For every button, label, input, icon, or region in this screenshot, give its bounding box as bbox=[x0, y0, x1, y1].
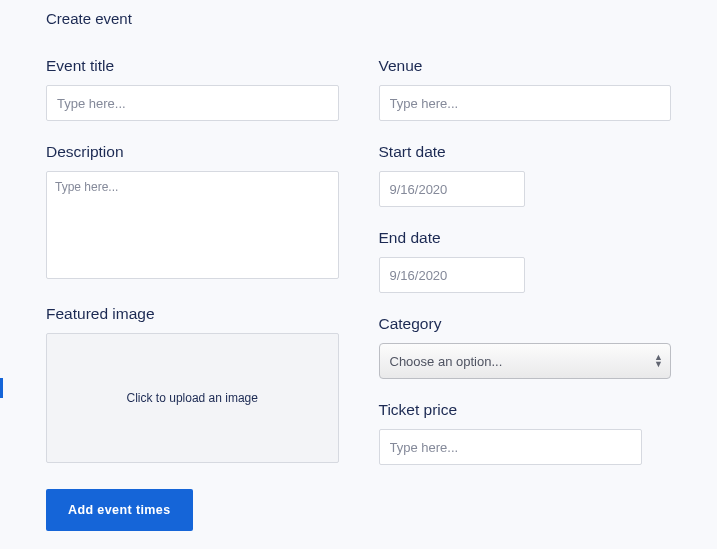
left-column: Event title Description Featured image C… bbox=[46, 57, 339, 531]
start-date-input[interactable] bbox=[379, 171, 525, 207]
event-title-input[interactable] bbox=[46, 85, 339, 121]
add-event-times-button[interactable]: Add event times bbox=[46, 489, 193, 531]
description-textarea[interactable] bbox=[46, 171, 339, 279]
event-title-label: Event title bbox=[46, 57, 339, 75]
ticket-price-label: Ticket price bbox=[379, 401, 672, 419]
featured-image-upload[interactable]: Click to upload an image bbox=[46, 333, 339, 463]
category-select[interactable]: Choose an option... bbox=[379, 343, 672, 379]
description-label: Description bbox=[46, 143, 339, 161]
venue-label: Venue bbox=[379, 57, 672, 75]
left-edge-accent bbox=[0, 378, 3, 398]
end-date-label: End date bbox=[379, 229, 672, 247]
ticket-price-input[interactable] bbox=[379, 429, 642, 465]
category-label: Category bbox=[379, 315, 672, 333]
start-date-label: Start date bbox=[379, 143, 672, 161]
upload-instruction-text: Click to upload an image bbox=[127, 391, 258, 405]
right-column: Venue Start date End date Category Choos… bbox=[379, 57, 672, 531]
venue-input[interactable] bbox=[379, 85, 672, 121]
featured-image-label: Featured image bbox=[46, 305, 339, 323]
page-title: Create event bbox=[46, 10, 671, 27]
end-date-input[interactable] bbox=[379, 257, 525, 293]
